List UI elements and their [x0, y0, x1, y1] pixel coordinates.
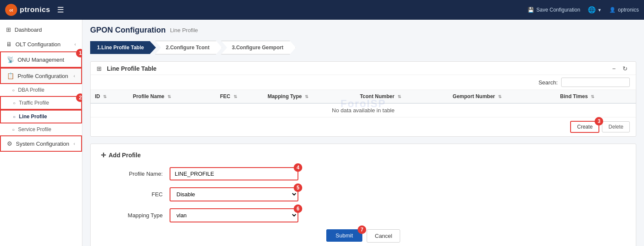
sidebar-dashboard-label: Dashboard	[15, 27, 42, 33]
mapping-type-select-wrapper: vlan gem-port priority 6	[170, 208, 298, 222]
step-3[interactable]: 3.Configure Gemport	[221, 41, 296, 54]
dot-icon: ○	[13, 101, 15, 105]
fec-label: FEC	[101, 191, 170, 198]
sidebar-item-onu-mgmt[interactable]: 📡 ONU Management 1	[0, 51, 82, 68]
col-id[interactable]: ID ⇅	[91, 90, 128, 103]
profile-name-badge: 4	[294, 163, 302, 172]
col-bind-times[interactable]: Bind Times ⇅	[556, 90, 636, 103]
sidebar-onu-label: ONU Management	[18, 57, 64, 63]
step-2-label: 2.Configure Tcont	[166, 45, 210, 51]
navbar: ot ptronics ☰ 💾 Save Configuration 🌐 ▼ 👤…	[0, 0, 644, 20]
sidebar-item-profile-config[interactable]: 📋 Profile Configuration ‹	[0, 68, 82, 84]
form-buttons: Submit 7 Cancel	[101, 229, 626, 243]
user-menu[interactable]: 👤 optronics	[609, 7, 639, 13]
page-title: GPON Configuration	[90, 26, 166, 35]
table-empty-row: No data available in table	[91, 103, 636, 117]
user-icon: 👤	[609, 7, 616, 13]
minimize-button[interactable]: −	[610, 64, 618, 73]
menu-icon[interactable]: ☰	[57, 5, 64, 15]
service-profile-label: Service Profile	[18, 126, 51, 132]
chevron-right-icon: ‹	[73, 141, 75, 146]
traffic-badge: 2	[76, 93, 82, 102]
chevron-right-icon: ‹	[74, 42, 76, 47]
sidebar-item-dba-profile[interactable]: ○ DBA Profile	[0, 84, 82, 96]
fec-select-wrapper: Disable Enable 5	[170, 187, 298, 201]
globe-icon: 🌐	[588, 6, 596, 14]
traffic-profile-label: Traffic Profile	[19, 100, 49, 106]
profile-name-input-wrapper: 4	[170, 167, 298, 180]
refresh-button[interactable]: ↻	[620, 64, 630, 73]
line-profile-label: Line Profile	[19, 114, 47, 120]
sidebar-system-label: System Configuration	[16, 141, 69, 147]
profile-name-label: Profile Name:	[101, 171, 170, 177]
section-title: Line Profile Table	[107, 65, 157, 72]
step-2[interactable]: 2.Configure Tcont	[155, 41, 222, 54]
fec-select[interactable]: Disable Enable	[170, 187, 298, 201]
sidebar-item-traffic-profile[interactable]: ○ Traffic Profile 2	[0, 96, 82, 110]
brand: ot ptronics	[5, 4, 50, 16]
search-label: Search:	[538, 79, 558, 86]
profile-name-row: Profile Name: 4	[101, 167, 626, 180]
mapping-type-select[interactable]: vlan gem-port priority	[170, 208, 298, 222]
submit-button[interactable]: Submit	[326, 229, 362, 242]
create-button-wrapper: Create 3	[570, 121, 599, 133]
col-gemport[interactable]: Gemport Number ⇅	[448, 90, 556, 103]
table-wrapper: ID ⇅ Profile Name ⇅ FEC ⇅ Mapping Type ⇅…	[91, 90, 636, 117]
profile-name-input[interactable]	[170, 167, 298, 180]
stepper: 1.Line Profile Table 2.Configure Tcont 3…	[90, 41, 636, 54]
table-icon: ⊞	[97, 65, 102, 72]
sidebar-item-dashboard[interactable]: ⊞ Dashboard	[0, 22, 82, 37]
sidebar-item-service-profile[interactable]: ○ Service Profile	[0, 123, 82, 135]
chevron-left-icon: ‹	[73, 73, 75, 78]
language-selector[interactable]: 🌐 ▼	[588, 6, 601, 14]
sidebar: ⊞ Dashboard 🖥 OLT Configuration ‹ 📡 ONU …	[0, 20, 82, 246]
search-row: Search:	[91, 75, 636, 90]
layout: ⊞ Dashboard 🖥 OLT Configuration ‹ 📡 ONU …	[0, 20, 644, 246]
step-3-label: 3.Configure Gemport	[232, 45, 283, 51]
col-profile-name[interactable]: Profile Name ⇅	[128, 90, 216, 103]
step-1[interactable]: 1.Line Profile Table	[90, 41, 156, 54]
add-profile-section: ✛ Add Profile Profile Name: 4 FEC Disabl…	[90, 144, 636, 246]
sidebar-profile-label: Profile Configuration	[18, 73, 68, 79]
olt-icon: 🖥	[6, 41, 12, 48]
search-input[interactable]	[561, 78, 630, 87]
page-header: GPON Configuration Line Profile	[90, 26, 636, 35]
dot-icon: ○	[13, 114, 15, 119]
save-icon: 💾	[528, 7, 534, 13]
sidebar-item-line-profile[interactable]: ○ Line Profile	[0, 110, 82, 123]
add-icon: ✛	[101, 152, 106, 159]
step-1-label: 1.Line Profile Table	[97, 45, 144, 51]
fec-row: FEC Disable Enable 5	[101, 187, 626, 201]
svg-text:ot: ot	[9, 8, 13, 12]
col-mapping-type[interactable]: Mapping Type ⇅	[263, 90, 355, 103]
fec-badge: 5	[294, 183, 302, 192]
cancel-button[interactable]: Cancel	[367, 229, 400, 243]
mapping-type-label: Mapping Type	[101, 212, 170, 219]
brand-name: ptronics	[20, 6, 50, 14]
logo-icon: ot	[5, 4, 17, 16]
add-profile-title: ✛ Add Profile	[101, 152, 626, 159]
sidebar-item-olt-config[interactable]: 🖥 OLT Configuration ‹	[0, 37, 82, 51]
submit-badge: 7	[358, 225, 366, 234]
sidebar-onu-badge: 1	[76, 49, 82, 57]
system-icon: ⚙	[7, 140, 12, 147]
navbar-right: 💾 Save Configuration 🌐 ▼ 👤 optronics	[528, 6, 639, 14]
delete-button[interactable]: Delete	[602, 121, 630, 132]
col-tcont[interactable]: Tcont Number ⇅	[355, 90, 448, 103]
dot-icon: ○	[12, 127, 15, 132]
col-fec[interactable]: FEC ⇅	[216, 90, 263, 103]
chevron-down-icon: ▼	[597, 8, 601, 12]
save-configuration-button[interactable]: 💾 Save Configuration	[528, 7, 580, 13]
onu-icon: 📡	[7, 56, 14, 63]
submit-button-wrapper: Submit 7	[326, 229, 362, 243]
profile-icon: 📋	[7, 72, 14, 79]
sidebar-item-system-config[interactable]: ⚙ System Configuration ‹	[0, 135, 82, 152]
dba-profile-label: DBA Profile	[18, 87, 44, 93]
dashboard-icon: ⊞	[6, 26, 11, 33]
mapping-badge: 6	[294, 204, 302, 213]
page-subtitle: Line Profile	[170, 27, 198, 33]
sidebar-olt-label: OLT Configuration	[15, 41, 61, 48]
section-top-row: ⊞ Line Profile Table − ↻	[91, 62, 636, 75]
action-row: Create 3 Delete	[91, 117, 636, 136]
table-empty-message: No data available in table	[91, 103, 636, 117]
